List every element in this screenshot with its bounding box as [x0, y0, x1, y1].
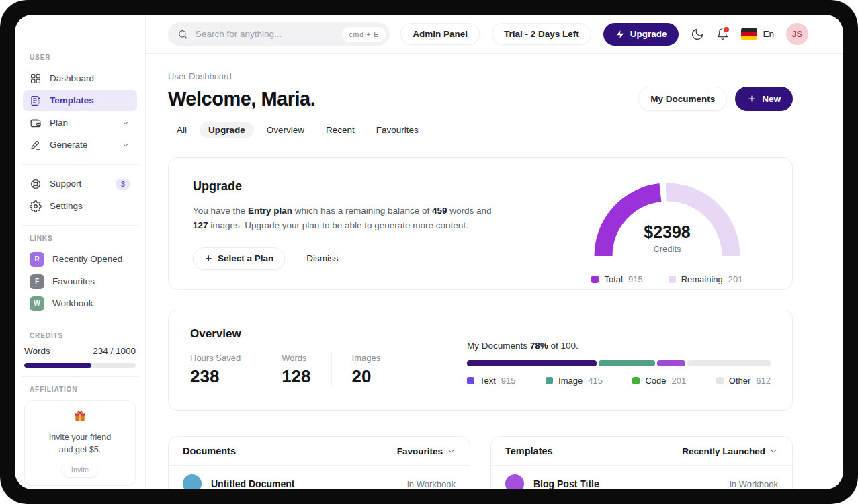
sidebar-section-affiliation: AFFILIATION — [30, 386, 130, 393]
language-selector[interactable]: En — [741, 28, 774, 40]
bar-segment-other — [687, 360, 771, 366]
document-row[interactable]: Untitled Document in Workbook — [169, 466, 470, 489]
plan-wallet-icon — [30, 117, 42, 129]
credits-progress-track — [24, 363, 136, 368]
sidebar-link-recently-opened[interactable]: R Recently Opened — [23, 249, 137, 269]
my-documents-button[interactable]: My Documents — [638, 87, 727, 111]
templates-card-title: Templates — [505, 446, 553, 456]
page-title: Welcome, Maria. — [168, 88, 315, 110]
bar-segment-image — [599, 360, 655, 366]
template-name: Blog Post Title — [533, 478, 599, 489]
filter-tabs: All Upgrade Overview Recent Favourites — [168, 122, 793, 138]
header-actions: Admin Panel Trial - 2 Days Left Upgrade — [400, 23, 808, 46]
legend-item-total: Total 915 — [591, 274, 642, 284]
legend-swatch — [632, 377, 640, 384]
notifications-button[interactable] — [716, 28, 729, 40]
credits-value: 234 / 1000 — [93, 346, 136, 356]
new-button[interactable]: New — [735, 87, 793, 111]
support-lifebuoy-icon — [30, 178, 42, 190]
templates-filter-dropdown[interactable]: Recently Launched — [682, 446, 778, 456]
search-input[interactable] — [194, 28, 336, 40]
sidebar-item-label: Workbook — [52, 298, 93, 308]
overview-card: Overview Hours Saved 238 Words 128 Image… — [168, 310, 793, 411]
select-plan-button[interactable]: Select a Plan — [193, 247, 285, 270]
tab-all[interactable]: All — [168, 122, 196, 138]
search-shortcut-badge: cmd + E — [342, 27, 386, 42]
sidebar-item-dashboard[interactable]: Dashboard — [23, 68, 137, 89]
sidebar-item-templates[interactable]: Templates — [23, 90, 137, 111]
progress-legend: Text 915 Image 415 Code 201 — [467, 376, 771, 386]
language-label: En — [763, 29, 774, 39]
templates-card-header: Templates Recently Launched — [491, 437, 792, 466]
upgrade-card-left: Upgrade You have the Entry plan which ha… — [193, 179, 492, 267]
affiliation-card: Invite your friend and get $5. Invite — [24, 400, 136, 486]
sidebar-link-workbook[interactable]: W Workbook — [23, 293, 137, 314]
upgrade-card: Upgrade You have the Entry plan which ha… — [168, 157, 793, 290]
sidebar-item-plan[interactable]: Plan — [23, 112, 137, 133]
breadcrumb: User Dashboard — [168, 71, 793, 81]
documents-filter-dropdown[interactable]: Favourites — [397, 446, 456, 456]
tab-overview[interactable]: Overview — [258, 122, 313, 138]
tab-recent[interactable]: Recent — [317, 122, 363, 138]
stat-hours-saved: Hours Saved 238 — [190, 353, 261, 387]
sidebar-item-generate[interactable]: Generate — [23, 134, 137, 155]
stat-words: Words 128 — [282, 353, 331, 387]
gauge-label: Credits — [589, 244, 746, 254]
user-avatar[interactable]: JS — [786, 23, 808, 45]
upgrade-card-title: Upgrade — [193, 179, 492, 194]
document-name: Untitled Document — [211, 478, 294, 489]
tab-favourites[interactable]: Favourites — [368, 122, 427, 138]
credits-words-row: Words 234 / 1000 — [23, 346, 137, 356]
invite-button[interactable]: Invite — [62, 462, 98, 477]
stat-images: Images 20 — [352, 353, 401, 387]
dismiss-button[interactable]: Dismiss — [302, 253, 342, 264]
document-avatar — [183, 474, 202, 489]
document-location: in Workbook — [407, 479, 456, 489]
chevron-down-icon — [121, 118, 130, 128]
legend-item-image: Image 415 — [546, 376, 603, 386]
link-initial-badge: F — [30, 274, 44, 289]
plus-icon — [747, 94, 757, 103]
affiliation-text: Invite your friend and get $5. — [32, 431, 128, 456]
lightning-bolt-icon — [615, 30, 625, 39]
upgrade-card-body: You have the Entry plan which has a rema… — [193, 204, 492, 233]
gift-icon — [73, 410, 87, 423]
credits-progress-fill — [24, 363, 91, 368]
legend-item-text: Text 915 — [467, 376, 516, 386]
sidebar-item-settings[interactable]: Settings — [23, 196, 137, 216]
overview-stats: Hours Saved 238 Words 128 Images 20 — [190, 353, 421, 387]
legend-swatch — [546, 377, 553, 384]
page-content: User Dashboard Welcome, Maria. My Docume… — [146, 54, 843, 489]
trial-status-button[interactable]: Trial - 2 Days Left — [492, 23, 591, 45]
template-location: in Workbook — [730, 479, 778, 489]
sidebar-divider — [22, 376, 138, 377]
sidebar-section-links: LINKS — [30, 235, 130, 242]
generate-pencil-icon — [30, 139, 42, 151]
chevron-down-icon — [447, 447, 456, 456]
legend-item-code: Code 201 — [632, 376, 686, 386]
plus-icon — [204, 254, 213, 263]
template-avatar — [505, 474, 524, 489]
sidebar-link-favourites[interactable]: F Favourites — [23, 271, 137, 292]
template-row[interactable]: Blog Post Title in Workbook — [491, 466, 792, 489]
documents-card: Documents Favourites Untitled Document i… — [168, 436, 470, 489]
templates-card: Templates Recently Launched Blog Post Ti… — [490, 436, 793, 489]
sidebar-item-support[interactable]: Support 3 — [23, 173, 137, 194]
sidebar-item-label: Favourites — [52, 276, 95, 286]
documents-progress-chart: My Documents 78% of 100. Text 915 — [467, 327, 771, 393]
sidebar-item-label: Recently Opened — [52, 254, 122, 264]
documents-card-title: Documents — [183, 446, 236, 456]
tab-upgrade[interactable]: Upgrade — [200, 122, 254, 138]
chevron-down-icon — [769, 447, 778, 456]
sidebar-item-label: Plan — [50, 118, 68, 128]
search-bar[interactable]: cmd + E — [168, 22, 390, 46]
dashboard-grid-icon — [30, 73, 42, 85]
sidebar-item-label: Settings — [50, 201, 83, 211]
overview-card-title: Overview — [190, 327, 421, 341]
upgrade-button[interactable]: Upgrade — [603, 23, 679, 46]
legend-swatch — [669, 276, 676, 283]
sidebar-divider — [22, 164, 138, 165]
sidebar-section-credits: CREDITS — [30, 332, 130, 339]
dark-mode-toggle[interactable] — [691, 28, 704, 41]
admin-panel-button[interactable]: Admin Panel — [400, 23, 480, 45]
